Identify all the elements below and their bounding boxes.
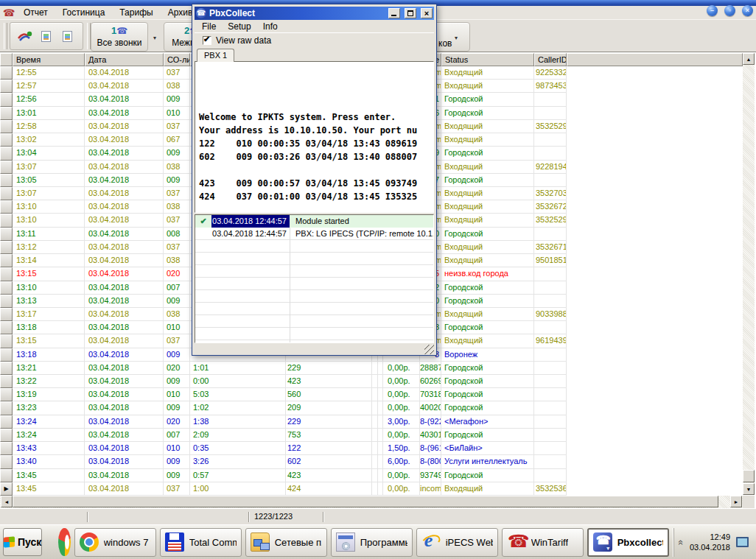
table-row[interactable]: ▶ 13:40 03.04.2018 009 3:26 602 6,00р. 8…: [0, 455, 567, 468]
start-button[interactable]: Пуск: [3, 528, 42, 556]
header-callerid[interactable]: CallerID: [534, 53, 567, 66]
table-row[interactable]: ▶ 13:22 03.04.2018 009 0:00 423 0,00р. 6…: [0, 375, 567, 388]
horizontal-scroll-thumb[interactable]: [13, 496, 718, 507]
row-header-cell[interactable]: ▶: [0, 120, 13, 133]
pbx-menu-item[interactable]: File: [196, 21, 222, 32]
table-row[interactable]: ▶ 13:19 03.04.2018 010 5:03 560 0,00р. 7…: [0, 388, 567, 401]
taskbar-button[interactable]: Total Comm...: [160, 528, 242, 557]
taskbar-button[interactable]: Pbxcollect: [587, 528, 669, 557]
pbxcollect-titlebar[interactable]: PbxCollect ×: [195, 7, 434, 20]
table-row[interactable]: ▶ 13:24 03.04.2018 007 2:09 753 0,00р. 4…: [0, 429, 567, 442]
table-row[interactable]: ▶ 13:45 03.04.2018 009 0:57 423 0,00р. 9…: [0, 469, 567, 482]
row-header-cell[interactable]: ▶: [0, 187, 13, 200]
row-header-cell[interactable]: ▶: [0, 321, 13, 334]
row-header-cell[interactable]: ▶: [0, 267, 13, 281]
row-header-cell[interactable]: ▶: [0, 334, 13, 348]
tray-clock[interactable]: 12:49 03.04.2018: [690, 532, 730, 552]
row-header-cell[interactable]: ▶: [0, 241, 13, 254]
cell-co-line: 037: [164, 482, 190, 496]
header-date[interactable]: Дата: [85, 53, 164, 66]
row-header-cell[interactable]: ▶: [0, 93, 13, 106]
scroll-left-button[interactable]: ◄: [1, 496, 13, 507]
event-log-list[interactable]: ✔ 03.04.2018 12:44:57 Module started ✔ 0…: [195, 214, 434, 343]
menu-item[interactable]: Тарифы: [112, 7, 160, 18]
cell-phone: 70318: [420, 388, 441, 401]
row-header-cell[interactable]: ▶: [0, 80, 13, 93]
menu-item[interactable]: Отчет: [16, 7, 55, 18]
resize-grip[interactable]: [424, 345, 434, 354]
table-row[interactable]: ▶ 13:45 03.04.2018 037 1:00 424 0,00р. i…: [0, 482, 567, 496]
all-calls-dropdown[interactable]: ▾: [149, 30, 161, 43]
print-button[interactable]: [58, 26, 77, 46]
taskbar-button[interactable]: WinTariff: [502, 528, 584, 557]
row-header-cell[interactable]: ▶: [0, 401, 13, 415]
row-header-cell[interactable]: ▶: [0, 482, 13, 496]
all-calls-filter-button[interactable]: 1☎ Все звонки: [91, 22, 148, 52]
row-header-cell[interactable]: ▶: [0, 429, 13, 442]
scroll-down-button[interactable]: ▼: [743, 483, 755, 495]
row-header-cell[interactable]: ▶: [0, 161, 13, 174]
pbx-maximize-button[interactable]: [405, 8, 416, 18]
vertical-scrollbar[interactable]: ▲ ▼: [743, 53, 755, 495]
scroll-right-button[interactable]: ►: [730, 496, 742, 507]
raw-data-terminal[interactable]: Welcome to IPKTS system. Press enter.You…: [195, 61, 434, 213]
row-header-cell[interactable]: ▶: [0, 214, 13, 227]
cell-time: 13:19: [13, 388, 85, 401]
view-raw-data-checkbox[interactable]: [203, 36, 211, 45]
header-co-line[interactable]: СО-линия: [164, 53, 190, 66]
restore-button[interactable]: [724, 5, 735, 16]
row-header-cell[interactable]: ▶: [0, 107, 13, 120]
log-row[interactable]: ✔ 03.04.2018 12:44:57 Module started: [195, 215, 433, 228]
row-header-cell[interactable]: ▶: [0, 66, 13, 80]
table-row[interactable]: ▶ 13:23 03.04.2018 009 1:02 209 0,00р. 4…: [0, 401, 567, 415]
table-row[interactable]: ▶ 13:43 03.04.2018 010 0:35 122 1,50р. 8…: [0, 442, 567, 455]
row-header-cell[interactable]: ▶: [0, 442, 13, 455]
taskbar-button[interactable]: Программы: [331, 528, 413, 557]
horizontal-scrollbar[interactable]: ◄ ►: [0, 496, 743, 508]
chrome-quicklaunch-icon[interactable]: [58, 528, 70, 556]
pbx-menu-item[interactable]: Setup: [222, 21, 256, 32]
row-header-cell[interactable]: ▶: [0, 228, 13, 241]
new-call-button[interactable]: [15, 26, 35, 46]
header-row-selector[interactable]: [0, 53, 13, 66]
header-time[interactable]: Время: [13, 53, 85, 66]
row-header-cell[interactable]: ▶: [0, 174, 13, 187]
pbx-menu-item[interactable]: Info: [257, 21, 284, 32]
table-row[interactable]: ▶ 13:24 03.04.2018 020 1:38 229 3,00р. 8…: [0, 415, 567, 429]
row-header-cell[interactable]: ▶: [0, 147, 13, 160]
row-header-cell[interactable]: ▶: [0, 469, 13, 482]
row-header-cell[interactable]: ▶: [0, 281, 13, 295]
pbx-minimize-button[interactable]: [388, 8, 400, 18]
report-button[interactable]: [37, 26, 56, 46]
vertical-scroll-thumb[interactable]: [743, 470, 755, 482]
log-message: Module started: [290, 215, 433, 228]
taskbar-button[interactable]: Сетевые п...: [245, 528, 327, 557]
tab-pbx1[interactable]: PBX 1: [197, 49, 234, 62]
minimize-button[interactable]: [707, 5, 718, 16]
row-header-cell[interactable]: ▶: [0, 254, 13, 267]
row-header-cell[interactable]: ▶: [0, 415, 13, 429]
network-tray-icon[interactable]: [736, 537, 749, 547]
row-header-cell[interactable]: ▶: [0, 133, 13, 147]
row-header-cell[interactable]: ▶: [0, 348, 13, 362]
taskbar-button[interactable]: windows 7 t...: [74, 528, 156, 557]
scroll-up-button[interactable]: ▲: [743, 53, 755, 65]
menu-item[interactable]: Гостиница: [55, 7, 112, 18]
taskbar-button[interactable]: iPECS Web ...: [416, 528, 498, 557]
row-header-cell[interactable]: ▶: [0, 375, 13, 388]
row-header-cell[interactable]: ▶: [0, 295, 13, 308]
header-status[interactable]: Status: [441, 53, 534, 66]
tray-chevron-icon[interactable]: «: [676, 539, 687, 544]
pbx-close-button[interactable]: ×: [421, 8, 433, 18]
row-header-cell[interactable]: ▶: [0, 362, 13, 375]
row-header-cell[interactable]: ▶: [0, 388, 13, 401]
log-row[interactable]: ✔ 03.04.2018 12:44:57 PBX: LG IPECS (TCP…: [195, 228, 433, 240]
close-button[interactable]: [742, 5, 753, 16]
row-header-cell[interactable]: ▶: [0, 455, 13, 468]
row-header-cell[interactable]: ▶: [0, 308, 13, 321]
table-row[interactable]: ▶ 13:21 03.04.2018 020 1:01 229 0,00р. 2…: [0, 362, 567, 375]
row-header-cell[interactable]: ▶: [0, 200, 13, 214]
pbxcollect-window[interactable]: PbxCollect × FileSetupInfo View raw data…: [192, 4, 437, 356]
terminal-line: Welcome to IPKTS system. Press enter.: [199, 110, 433, 124]
toolbar-grip[interactable]: [4, 23, 7, 49]
